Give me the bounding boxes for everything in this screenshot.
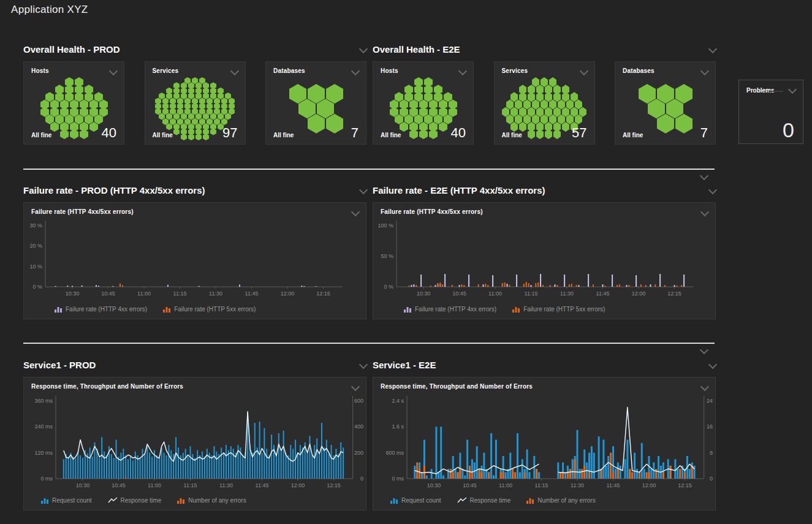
- hexagon: [55, 92, 64, 102]
- chart-tile-title: Response time, Throughput and Number of …: [31, 383, 183, 390]
- health-status-label: All fine: [273, 132, 294, 139]
- hexagon: [166, 113, 172, 120]
- problems-tile[interactable]: Problems 0: [738, 80, 803, 144]
- health-status-label: All fine: [153, 132, 173, 139]
- svg-text:11:15: 11:15: [173, 290, 187, 297]
- hexagon: [170, 118, 176, 124]
- hexagon: [515, 99, 522, 109]
- hexagon: [99, 107, 108, 117]
- hexagon: [184, 77, 191, 84]
- chevron-down-icon[interactable]: [458, 67, 467, 75]
- health-tile-hosts[interactable]: HostsAll fine40: [373, 61, 474, 145]
- chevron-down-icon[interactable]: [788, 85, 797, 94]
- svg-text:50 %: 50 %: [381, 253, 393, 259]
- chevron-down-icon[interactable]: [351, 382, 360, 391]
- chevron-down-icon[interactable]: [109, 67, 118, 75]
- svg-text:200: 200: [354, 450, 363, 456]
- hexagon: [188, 133, 194, 140]
- svg-text:10:45: 10:45: [101, 290, 115, 297]
- hexagon: [541, 99, 548, 109]
- hexagon: [85, 115, 93, 124]
- legend-item: Response time: [108, 497, 162, 504]
- chart-tile-title: Failure rate (HTTP 4xx/5xx errors): [31, 208, 134, 215]
- svg-text:11:00: 11:00: [499, 482, 512, 488]
- chevron-down-icon[interactable]: [708, 45, 717, 53]
- hexagon: [225, 113, 231, 120]
- health-tile-hosts[interactable]: HostsAll fine40: [23, 61, 124, 145]
- chevron-down-icon[interactable]: [700, 172, 708, 180]
- chevron-down-icon[interactable]: [351, 208, 360, 216]
- service1-prod-chart-tile[interactable]: Response time, Throughput and Number of …: [23, 377, 366, 511]
- hexagon: [173, 113, 180, 120]
- hexagon: [545, 107, 552, 117]
- hexagon: [566, 99, 574, 109]
- legend-label: Request count: [52, 497, 92, 504]
- legend-label: Response time: [470, 497, 511, 504]
- svg-text:12:00: 12:00: [632, 290, 646, 297]
- hexagon: [199, 108, 205, 115]
- failure-rate-e2e-chart-tile[interactable]: Failure rate (HTTP 4xx/5xx errors) 0 %50…: [373, 202, 716, 319]
- hexagon: [188, 93, 194, 99]
- health-tile-services[interactable]: ServicesAll fine97: [145, 61, 246, 145]
- problems-count: 0: [783, 118, 794, 142]
- hexagon: [579, 107, 586, 117]
- chevron-down-icon[interactable]: [359, 186, 368, 194]
- health-tiles-prod: HostsAll fine40ServicesAll fine97Databas…: [23, 61, 366, 145]
- hexagon: [181, 113, 187, 120]
- hexagon: [317, 99, 334, 118]
- honeycomb: [620, 84, 711, 134]
- hexagon: [439, 122, 447, 132]
- chevron-down-icon[interactable]: [708, 360, 717, 369]
- svg-text:10:30: 10:30: [66, 290, 80, 297]
- svg-text:0 ms: 0 ms: [392, 476, 404, 482]
- hexagon: [229, 108, 235, 115]
- section-divider: [23, 169, 715, 170]
- hexagon: [414, 92, 423, 102]
- svg-text:11:00: 11:00: [488, 290, 502, 297]
- hexagon: [210, 93, 216, 99]
- svg-text:10:45: 10:45: [112, 482, 126, 488]
- svg-text:120 ms: 120 ms: [34, 450, 53, 456]
- hexagon: [166, 123, 172, 130]
- hexagon: [444, 92, 452, 102]
- line-legend-icon: [457, 497, 467, 504]
- chevron-down-icon[interactable]: [579, 67, 588, 75]
- chevron-down-icon[interactable]: [359, 360, 368, 369]
- hexagon: [60, 107, 69, 117]
- chart-legend: Request countResponse timeNumber of any …: [41, 497, 246, 504]
- bar-legend-icon: [55, 306, 63, 313]
- chevron-down-icon[interactable]: [700, 67, 709, 75]
- legend-item: Response time: [457, 497, 511, 504]
- chevron-down-icon[interactable]: [708, 186, 717, 194]
- hexagon: [449, 107, 457, 117]
- chevron-down-icon[interactable]: [230, 67, 238, 75]
- hexagon: [532, 115, 539, 124]
- hexagon: [536, 107, 544, 117]
- hexagon: [181, 133, 187, 140]
- health-count: 40: [451, 125, 466, 141]
- dashboard: Application XYZ Overall Health - PROD Ov…: [0, 0, 812, 524]
- bar-legend-icon: [512, 306, 520, 313]
- service1-e2e-chart-tile[interactable]: Response time, Throughput and Number of …: [373, 377, 716, 511]
- chevron-down-icon[interactable]: [700, 208, 709, 216]
- hexagon: [45, 92, 54, 102]
- health-tile-databases[interactable]: DatabasesAll fine7: [265, 61, 366, 145]
- chevron-down-icon[interactable]: [700, 382, 709, 391]
- chevron-down-icon[interactable]: [700, 346, 708, 354]
- health-tile-services[interactable]: ServicesAll fine57: [494, 61, 595, 145]
- service_prod-chart-canvas: 0 ms120 ms240 ms360 ms020040060010:3010:…: [24, 392, 366, 496]
- chevron-down-icon[interactable]: [359, 45, 368, 53]
- section-header-service1-prod: Service1 - PROD: [23, 359, 366, 371]
- hexagon: [502, 107, 509, 117]
- svg-text:240 ms: 240 ms: [34, 423, 53, 430]
- failure-rate-prod-chart-tile[interactable]: Failure rate (HTTP 4xx/5xx errors) 0 %10…: [23, 202, 366, 319]
- hexagon: [70, 129, 78, 139]
- health-tile-databases[interactable]: DatabasesAll fine7: [615, 61, 716, 145]
- hexagon: [510, 122, 518, 132]
- chevron-down-icon[interactable]: [351, 67, 360, 75]
- hexagon: [562, 107, 569, 117]
- hexagon: [85, 92, 93, 102]
- hexagon: [519, 107, 526, 117]
- health-tile-title: Services: [502, 67, 528, 74]
- hexagon: [207, 118, 213, 124]
